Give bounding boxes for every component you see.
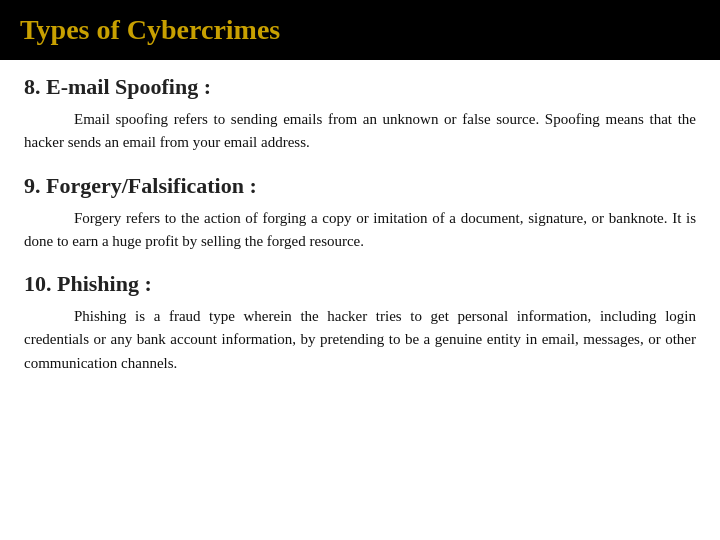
section-forgery: 9. Forgery/Falsification : Forgery refer…	[24, 173, 696, 254]
main-content: 8. E-mail Spoofing : Email spoofing refe…	[0, 60, 720, 407]
page-title: Types of Cybercrimes	[20, 14, 280, 45]
section-heading-forgery: 9. Forgery/Falsification :	[24, 173, 696, 199]
section-body-email-spoofing: Email spoofing refers to sending emails …	[24, 108, 696, 155]
section-body-forgery: Forgery refers to the action of forging …	[24, 207, 696, 254]
section-body-phishing: Phishing is a fraud type wherein the hac…	[24, 305, 696, 375]
section-heading-phishing: 10. Phishing :	[24, 271, 696, 297]
page-header: Types of Cybercrimes	[0, 0, 720, 60]
section-phishing: 10. Phishing : Phishing is a fraud type …	[24, 271, 696, 375]
section-email-spoofing: 8. E-mail Spoofing : Email spoofing refe…	[24, 74, 696, 155]
section-heading-email-spoofing: 8. E-mail Spoofing :	[24, 74, 696, 100]
